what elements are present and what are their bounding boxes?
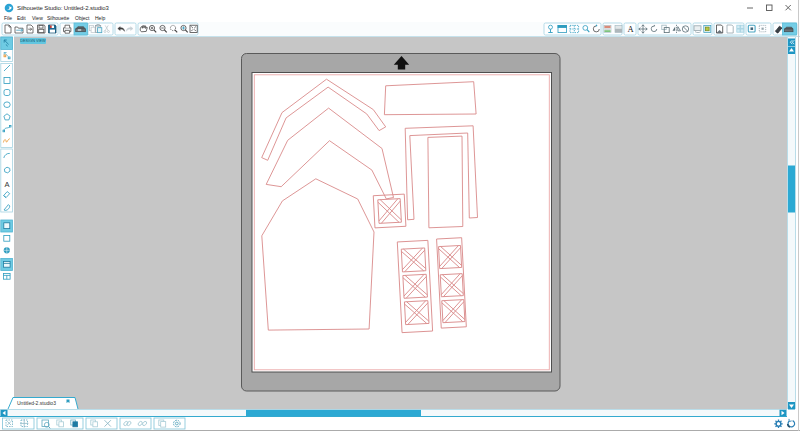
svg-text:Untitled-2.studio3: Untitled-2.studio3 — [17, 400, 56, 406]
